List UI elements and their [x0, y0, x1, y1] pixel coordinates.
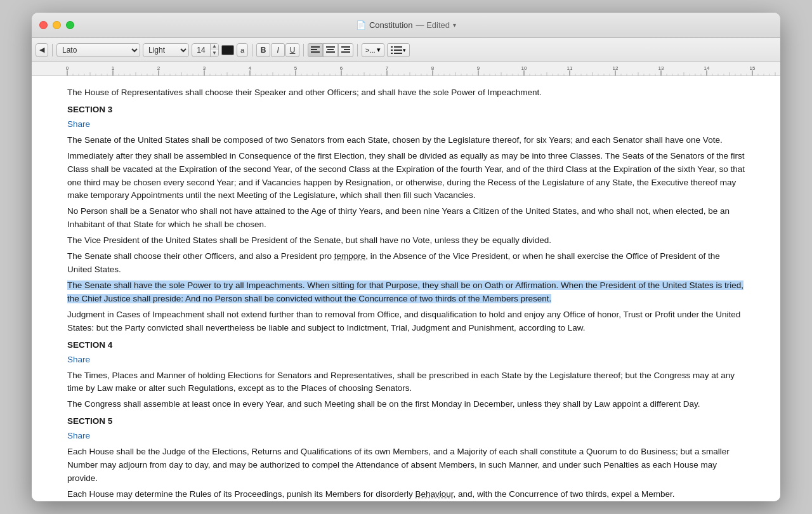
app-window: 📄 Constitution — Edited ▾ ◀ Lato Helveti… — [32, 13, 780, 501]
nav-back-button[interactable]: ◀ — [36, 43, 48, 57]
align-center-button[interactable] — [323, 43, 338, 57]
separator-4 — [357, 44, 358, 56]
section3-share-link[interactable]: Share — [67, 118, 745, 131]
maximize-button[interactable] — [66, 21, 74, 29]
title-center: 📄 Constitution — Edited ▾ — [356, 20, 456, 30]
section3-p6-selected: The Senate shall have the sole Power to … — [67, 279, 745, 306]
close-button[interactable] — [39, 21, 48, 29]
edited-indicator: — Edited — [416, 20, 450, 30]
list-arrow-icon: ▾ — [403, 47, 406, 53]
toolbar: ◀ Lato Helvetica Times New Roman Light R… — [32, 38, 780, 62]
section3-p5: The Senate shall choose their other Offi… — [67, 250, 745, 277]
svg-rect-5 — [326, 51, 335, 53]
svg-rect-8 — [341, 51, 350, 53]
svg-rect-12 — [394, 49, 402, 51]
ruler-canvas — [32, 62, 780, 76]
section4-share-link[interactable]: Share — [67, 353, 745, 367]
underline-button[interactable]: U — [285, 43, 299, 57]
align-group — [308, 43, 353, 57]
section5-p2: Each House may determine the Rules of it… — [67, 488, 745, 501]
svg-rect-10 — [394, 46, 402, 48]
section3-p4: The Vice President of the United States … — [67, 234, 745, 247]
document-icon: 📄 — [356, 20, 366, 30]
section4-p1: The Times, Places and Manner of holding … — [67, 369, 745, 396]
font-size-arrows: ▲ ▼ — [210, 43, 218, 57]
section3-p5-pre: The Senate shall choose their other Offi… — [67, 251, 334, 261]
title-bar: 📄 Constitution — Edited ▾ — [32, 13, 780, 38]
font-style-select[interactable]: Light Regular Bold Italic — [143, 43, 189, 57]
section3-p1: The Senate of the United States shall be… — [67, 134, 745, 147]
font-size-up-button[interactable]: ▲ — [211, 43, 218, 50]
section5-p1: Each House shall be the Judge of the Ele… — [67, 445, 745, 485]
section5-heading: SECTION 5 — [67, 415, 745, 428]
document-title: Constitution — [369, 20, 413, 30]
font-size-group: ▲ ▼ — [192, 43, 219, 57]
separator-1 — [52, 44, 53, 56]
indent-button[interactable]: >... ▾ — [362, 43, 384, 57]
ruler — [32, 62, 780, 76]
selected-text-block: The Senate shall have the sole Power to … — [67, 280, 743, 303]
svg-rect-13 — [391, 53, 393, 54]
separator-2 — [252, 44, 252, 56]
align-left-button[interactable] — [308, 43, 323, 57]
svg-rect-11 — [391, 49, 393, 51]
align-center-icon — [326, 46, 335, 54]
section3-heading: SECTION 3 — [67, 103, 745, 117]
text-style-button[interactable]: a — [237, 43, 248, 57]
section3-p2: Immediately after they shall be assemble… — [67, 150, 745, 203]
svg-rect-3 — [326, 46, 335, 48]
svg-rect-4 — [327, 49, 334, 50]
svg-rect-7 — [344, 49, 350, 50]
font-size-down-button[interactable]: ▼ — [211, 50, 218, 57]
section5-p2-pre: Each House may determine the Rules of it… — [67, 489, 416, 499]
intro-paragraph: The House of Representatives shall choos… — [67, 86, 745, 100]
align-right-button[interactable] — [338, 43, 353, 57]
section4-heading: SECTION 4 — [67, 339, 745, 352]
format-group: B I U — [256, 43, 299, 57]
indent-icon: >... — [365, 46, 376, 54]
text-color-swatch[interactable] — [221, 45, 234, 55]
svg-rect-9 — [391, 46, 393, 48]
indent-arrow-icon: ▾ — [377, 46, 381, 54]
traffic-lights — [39, 21, 74, 29]
svg-rect-0 — [311, 46, 320, 48]
section5-p2-post: , and, with the Concurrence of two third… — [454, 489, 675, 499]
align-right-icon — [341, 46, 350, 54]
text-a-icon: a — [240, 46, 244, 54]
document-content[interactable]: The House of Representatives shall choos… — [32, 76, 780, 501]
section3-p5-tempore: tempore — [334, 251, 366, 261]
title-chevron-icon[interactable]: ▾ — [453, 22, 456, 29]
section3-p7: Judgment in Cases of Impeachment shall n… — [67, 308, 745, 335]
svg-rect-1 — [311, 49, 317, 50]
svg-rect-14 — [394, 53, 402, 54]
svg-rect-6 — [341, 46, 350, 48]
list-icon — [391, 46, 402, 55]
section5-share-link[interactable]: Share — [67, 430, 745, 443]
bold-button[interactable]: B — [256, 43, 270, 57]
section3-p3: No Person shall be a Senator who shall n… — [67, 205, 745, 232]
list-button[interactable]: ▾ — [387, 43, 410, 57]
separator-3 — [303, 44, 304, 56]
svg-rect-2 — [311, 51, 320, 53]
section4-p2: The Congress shall assemble at least onc… — [67, 398, 745, 411]
nav-back-icon: ◀ — [39, 46, 44, 54]
italic-button[interactable]: I — [271, 43, 285, 57]
font-size-input[interactable] — [192, 46, 210, 55]
align-left-icon — [311, 46, 320, 54]
section5-p2-behaviour: Behaviour — [416, 489, 454, 499]
font-family-select[interactable]: Lato Helvetica Times New Roman — [56, 43, 140, 57]
minimize-button[interactable] — [53, 21, 61, 29]
